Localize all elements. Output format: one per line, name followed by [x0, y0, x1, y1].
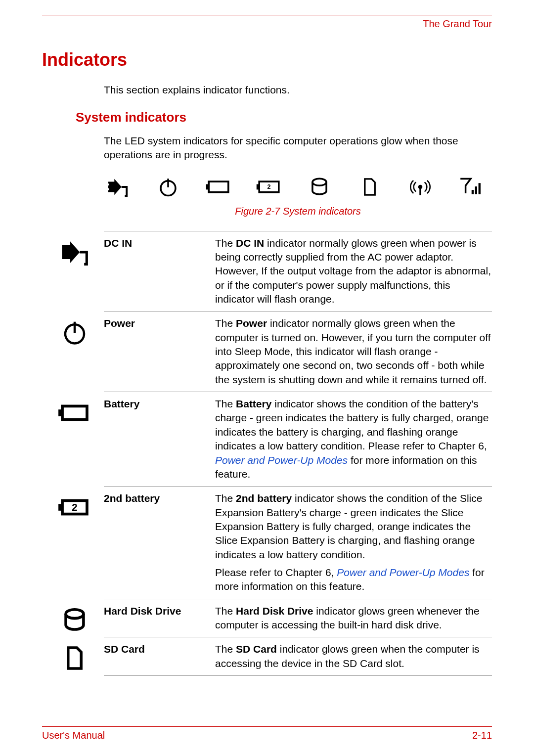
text: The	[215, 237, 236, 249]
svg-rect-7	[257, 184, 259, 189]
row-power: Power The Power indicator normally glows…	[104, 311, 492, 392]
header-rule	[42, 15, 492, 15]
row-label: Battery	[104, 397, 215, 410]
row-description: The Hard Disk Drive indicator glows gree…	[215, 604, 492, 632]
page-footer: User's Manual 2-11	[42, 726, 492, 741]
row-label: Hard Disk Drive	[104, 604, 215, 617]
system-indicators-intro: The LED system indicators for specific c…	[104, 134, 492, 162]
link-power-modes[interactable]: Power and Power-Up Modes	[215, 454, 348, 466]
intro-text: This section explains indicator function…	[104, 84, 492, 96]
bold-term: Power	[236, 317, 267, 329]
row-description: The 2nd battery indicator shows the cond…	[215, 491, 492, 593]
second-battery-icon: 2	[255, 173, 283, 201]
header-section-title: The Grand Tour	[42, 18, 492, 30]
link-power-modes[interactable]: Power and Power-Up Modes	[337, 567, 469, 578]
row-battery: Battery The Battery indicator shows the …	[104, 392, 492, 486]
footer-right: 2-11	[472, 730, 492, 741]
footer-left: User's Manual	[42, 730, 105, 741]
svg-rect-0	[107, 183, 109, 185]
text: The	[215, 317, 236, 329]
svg-text:2: 2	[72, 502, 77, 513]
heading-indicators: Indicators	[42, 49, 492, 70]
row-label: Power	[104, 316, 215, 329]
bold-term: SD Card	[236, 643, 277, 655]
power-icon	[57, 314, 92, 350]
svg-rect-12	[472, 190, 474, 194]
text: The	[215, 605, 236, 617]
bold-term: 2nd battery	[236, 492, 292, 504]
hdd-icon	[306, 173, 333, 201]
icon-strip: 2	[104, 173, 492, 201]
svg-rect-4	[209, 181, 228, 192]
figure-caption: Figure 2-7 System indicators	[104, 206, 492, 217]
row-description: The Power indicator normally glows green…	[215, 316, 492, 387]
row-label: SD Card	[104, 642, 215, 655]
sd-card-icon	[57, 640, 92, 676]
row-second-battery: 2 2nd battery The 2nd battery indicator …	[104, 486, 492, 598]
hdd-icon	[57, 602, 92, 638]
bold-term: Hard Disk Drive	[236, 605, 313, 617]
row-dc-in: DC IN The DC IN indicator normally glows…	[104, 231, 492, 311]
wireless-icon	[406, 173, 434, 201]
signal-icon	[457, 173, 485, 201]
row-description: The SD Card indicator glows green when t…	[215, 642, 492, 670]
svg-rect-18	[58, 409, 62, 416]
row-hdd: Hard Disk Drive The Hard Disk Drive indi…	[104, 599, 492, 637]
row-sd-card: SD Card The SD Card indicator glows gree…	[104, 637, 492, 676]
row-label: DC IN	[104, 236, 215, 249]
heading-system-indicators: System indicators	[76, 110, 492, 125]
text: The	[215, 643, 236, 655]
row-label: 2nd battery	[104, 491, 215, 504]
row-description: The DC IN indicator normally glows green…	[215, 236, 492, 307]
dc-in-icon	[104, 173, 132, 201]
svg-point-22	[66, 609, 84, 618]
svg-rect-13	[475, 186, 477, 194]
text: The	[215, 398, 236, 409]
sd-card-icon	[356, 173, 384, 201]
svg-text:2: 2	[267, 183, 270, 190]
power-icon	[154, 173, 182, 201]
svg-rect-1	[107, 188, 109, 190]
bold-term: DC IN	[236, 237, 264, 249]
battery-icon	[205, 173, 232, 201]
svg-rect-20	[58, 504, 62, 511]
svg-rect-17	[62, 406, 87, 420]
svg-rect-5	[206, 184, 209, 189]
battery-icon	[57, 395, 92, 431]
row-description: The Battery indicator shows the conditio…	[215, 397, 492, 481]
text: The	[215, 492, 236, 504]
text: Please refer to Chapter 6,	[215, 567, 337, 578]
svg-rect-14	[479, 183, 481, 194]
bold-term: Battery	[236, 398, 271, 409]
second-battery-icon: 2	[57, 489, 92, 525]
dc-in-icon	[57, 234, 92, 270]
svg-point-9	[312, 178, 326, 185]
